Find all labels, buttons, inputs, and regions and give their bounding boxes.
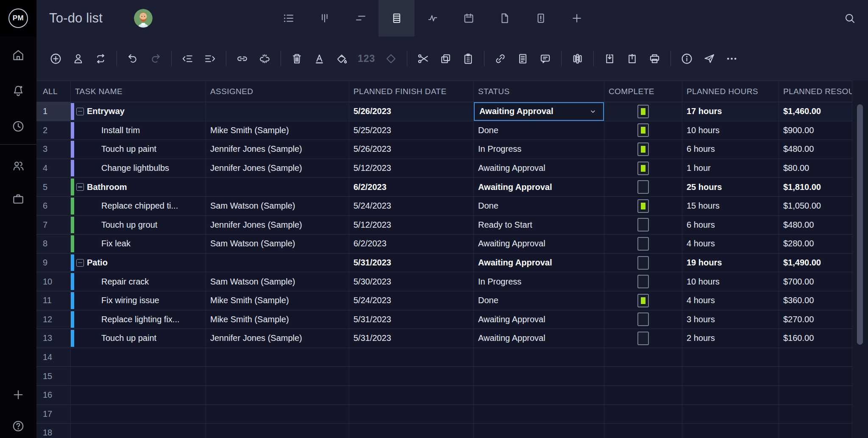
complete-cell[interactable] [604, 234, 682, 253]
column-header-planned-hours[interactable]: PLANNED HOURS [682, 81, 779, 102]
finish-date-cell[interactable] [349, 424, 474, 438]
collapse-group-icon[interactable] [76, 183, 84, 191]
planned-cost-cell[interactable]: $900.00 [779, 121, 852, 140]
tab-gantt-view[interactable] [342, 0, 378, 36]
assigned-cell[interactable]: Jennifer Jones (Sample) [206, 329, 349, 348]
complete-cell[interactable] [604, 197, 682, 215]
finish-date-cell[interactable]: 5/31/2023 [349, 310, 474, 329]
column-header-complete[interactable]: COMPLETE [604, 81, 682, 102]
finish-date-cell[interactable]: 5/25/2023 [349, 121, 474, 140]
column-header-planned-finish-date[interactable]: PLANNED FINISH DATE [349, 81, 474, 102]
complete-cell[interactable] [604, 367, 682, 385]
status-cell[interactable]: Awaiting Approval [474, 159, 604, 178]
planned-hours-cell[interactable]: 6 hours [682, 216, 779, 234]
vertical-scrollbar[interactable] [852, 81, 868, 438]
planned-hours-cell[interactable]: 4 hours [682, 234, 779, 253]
status-cell[interactable]: Done [474, 291, 604, 310]
tab-issues-view[interactable] [523, 0, 559, 36]
complete-checkbox[interactable] [637, 162, 649, 175]
assigned-cell[interactable]: Jennifer Jones (Sample) [206, 216, 349, 234]
finish-date-cell[interactable]: 6/2/2023 [349, 178, 474, 196]
complete-checkbox[interactable] [637, 142, 649, 156]
complete-cell[interactable] [604, 140, 682, 159]
planned-cost-cell[interactable] [779, 405, 852, 424]
complete-cell[interactable] [604, 405, 682, 424]
planned-hours-cell[interactable]: 10 hours [682, 121, 779, 140]
status-cell[interactable]: Awaiting Approval [474, 310, 604, 329]
export-button[interactable] [626, 52, 639, 65]
assigned-cell[interactable] [206, 367, 349, 385]
planned-hours-cell[interactable]: 1 hour [682, 159, 779, 178]
complete-cell[interactable] [604, 424, 682, 438]
task-name-cell[interactable]: Repair crack [71, 272, 206, 291]
assigned-cell[interactable]: Jennifer Jones (Sample) [206, 140, 349, 159]
finish-date-cell[interactable]: 5/26/2023 [349, 102, 474, 121]
planned-cost-cell[interactable]: $1,490.00 [779, 254, 852, 272]
task-name-cell[interactable]: Entryway [71, 102, 206, 121]
finish-date-cell[interactable] [349, 367, 474, 385]
planned-cost-cell[interactable]: $480.00 [779, 140, 852, 159]
assigned-cell[interactable]: Mike Smith (Sample) [206, 310, 349, 329]
complete-cell[interactable] [604, 310, 682, 329]
planned-cost-cell[interactable]: $280.00 [779, 234, 852, 253]
task-name-cell[interactable] [71, 424, 206, 438]
status-cell[interactable]: Done [474, 197, 604, 215]
planned-cost-cell[interactable]: $1,050.00 [779, 197, 852, 215]
assign-button[interactable] [72, 52, 85, 65]
assigned-cell[interactable] [206, 405, 349, 424]
finish-date-cell[interactable] [349, 348, 474, 367]
complete-checkbox[interactable] [637, 180, 649, 194]
assigned-cell[interactable]: Jennifer Jones (Sample) [206, 159, 349, 178]
collapse-group-icon[interactable] [76, 259, 84, 267]
complete-cell[interactable] [604, 348, 682, 367]
team-button[interactable] [11, 159, 25, 173]
planned-hours-cell[interactable]: 4 hours [682, 291, 779, 310]
tab-add-view[interactable] [559, 0, 595, 36]
planned-cost-cell[interactable] [779, 424, 852, 438]
row-number[interactable]: 12 [36, 310, 71, 329]
complete-checkbox[interactable] [637, 105, 649, 118]
attachments-button[interactable] [494, 52, 507, 65]
planned-hours-cell[interactable] [682, 405, 779, 424]
finish-date-cell[interactable]: 5/26/2023 [349, 140, 474, 159]
planned-hours-cell[interactable] [682, 367, 779, 385]
status-cell[interactable]: Awaiting Approval [474, 234, 604, 253]
indent-button[interactable] [203, 52, 217, 65]
help-button[interactable] [11, 419, 25, 433]
planned-hours-cell[interactable] [682, 348, 779, 367]
finish-date-cell[interactable]: 5/31/2023 [349, 329, 474, 348]
task-name-cell[interactable]: Change lightbulbs [71, 159, 206, 178]
finish-date-cell[interactable]: 5/30/2023 [349, 272, 474, 291]
task-name-cell[interactable]: Touch up grout [71, 216, 206, 234]
row-number[interactable]: 4 [36, 159, 71, 178]
status-cell[interactable]: In Progress [474, 140, 604, 159]
complete-cell[interactable] [604, 102, 682, 121]
task-name-cell[interactable]: Touch up paint [71, 329, 206, 348]
row-number[interactable]: 13 [36, 329, 71, 348]
row-number[interactable]: 7 [36, 216, 71, 234]
task-name-cell[interactable]: Install trim [71, 121, 206, 140]
tab-docs-view[interactable] [487, 0, 523, 36]
row-number[interactable]: 14 [36, 348, 71, 367]
row-number[interactable]: 9 [36, 254, 71, 272]
share-button[interactable] [703, 52, 716, 65]
complete-cell[interactable] [604, 121, 682, 140]
planned-cost-cell[interactable] [779, 367, 852, 385]
tab-board-view[interactable] [306, 0, 342, 36]
complete-cell[interactable] [604, 329, 682, 348]
notifications-button[interactable] [11, 84, 25, 98]
columns-button[interactable] [571, 52, 584, 65]
status-cell[interactable] [474, 386, 604, 405]
more-options-button[interactable] [725, 52, 738, 65]
cut-button[interactable] [417, 52, 430, 65]
planned-hours-cell[interactable]: 10 hours [682, 272, 779, 291]
task-name-cell[interactable]: Replace lighting fix... [71, 310, 206, 329]
row-number[interactable]: 3 [36, 140, 71, 159]
portfolio-button[interactable] [11, 192, 25, 206]
info-button[interactable] [680, 52, 693, 65]
planned-cost-cell[interactable]: $700.00 [779, 272, 852, 291]
complete-checkbox[interactable] [637, 123, 649, 137]
assigned-cell[interactable] [206, 178, 349, 196]
finish-date-cell[interactable]: 5/12/2023 [349, 159, 474, 178]
assigned-cell[interactable] [206, 386, 349, 405]
